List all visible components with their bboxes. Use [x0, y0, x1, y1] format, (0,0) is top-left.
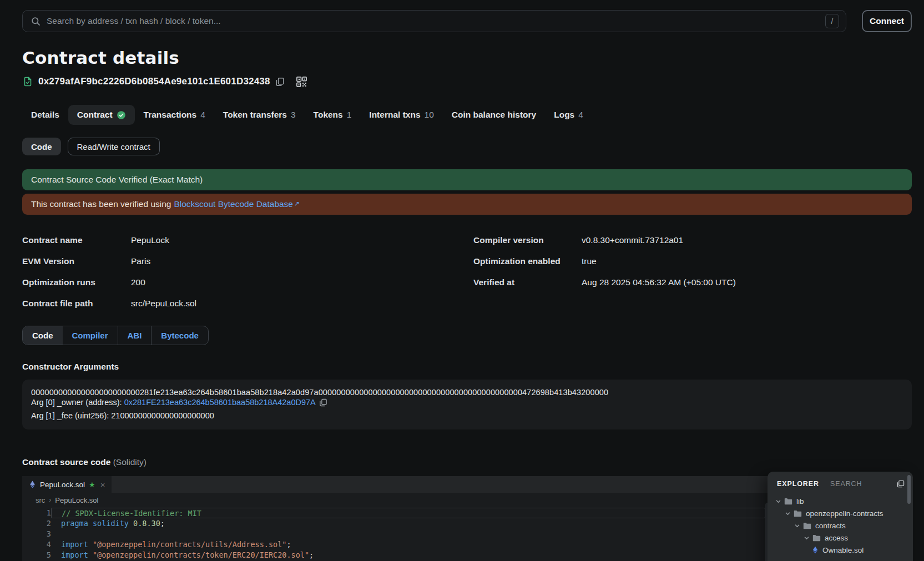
- page-title: Contract details: [22, 48, 912, 68]
- tab-count: 3: [291, 110, 296, 120]
- tab-tokens[interactable]: Tokens1: [305, 105, 361, 125]
- code-view-tab-code[interactable]: Code: [23, 326, 63, 345]
- constructor-args-hex: 000000000000000000000000281fe213ea63c264…: [31, 388, 903, 397]
- constructor-arg-0: Arg [0] _owner (address): 0x281FE213ea63…: [31, 397, 903, 410]
- info-left-column: Contract name PepuLock EVM Version Paris…: [22, 235, 473, 309]
- code-line-3: 3: [22, 529, 765, 539]
- constructor-arguments-heading: Constructor Arguments: [22, 362, 912, 372]
- external-link-icon: ↗: [294, 200, 300, 208]
- file-tree: lib openzeppelin-contracts contracts: [768, 495, 913, 556]
- subtab-code[interactable]: Code: [22, 138, 61, 155]
- favorite-star-icon[interactable]: ★: [89, 481, 95, 489]
- tab-transactions[interactable]: Transactions4: [135, 105, 214, 125]
- connect-button[interactable]: Connect: [862, 10, 912, 32]
- file-explorer-panel: EXPLORER SEARCH lib: [768, 472, 913, 561]
- code-view-switcher: Code Compiler ABI Bytecode: [22, 326, 209, 345]
- split-panel-icon[interactable]: [896, 479, 905, 488]
- tab-count: 4: [200, 110, 205, 120]
- editor-file-tab[interactable]: PepuLock.sol ★ ×: [22, 476, 112, 493]
- constructor-arg-1: Arg [1] _fee (uint256): 2100000000000000…: [31, 410, 903, 422]
- search-input[interactable]: [47, 16, 825, 26]
- tab-count: 4: [578, 110, 583, 120]
- close-tab-icon[interactable]: ×: [100, 480, 105, 489]
- bytecode-database-banner: This contract has been verified using Bl…: [22, 194, 912, 215]
- tab-bar: Details Contract Transactions4 Token tra…: [22, 105, 912, 125]
- folder-icon: [794, 510, 802, 517]
- arg0-owner-address-link[interactable]: 0x281FE213ea63c264b58601baa58b218A42a0D9…: [124, 398, 316, 407]
- chevron-right-icon: ›: [49, 496, 51, 504]
- copy-address-icon[interactable]: [275, 77, 285, 87]
- explorer-header: EXPLORER SEARCH: [768, 472, 913, 494]
- keyboard-shortcut-hint: /: [825, 14, 839, 28]
- info-row-optimization-runs: Optimization runs 200: [22, 277, 473, 288]
- code-view-tab-bytecode[interactable]: Bytecode: [151, 326, 208, 345]
- tab-details[interactable]: Details: [22, 105, 68, 125]
- tab-contract[interactable]: Contract: [68, 105, 135, 125]
- source-code-heading: Contract source code (Solidity): [22, 457, 912, 467]
- tab-count: 1: [347, 110, 352, 120]
- info-row-compiler-version: Compiler version v0.8.30+commit.73712a01: [473, 235, 912, 246]
- chevron-down-icon: [804, 535, 810, 541]
- folder-icon: [803, 522, 811, 529]
- search-bar[interactable]: /: [22, 10, 846, 32]
- chevron-down-icon: [775, 498, 781, 504]
- verified-check-icon: [117, 110, 126, 120]
- verified-contract-icon: [22, 76, 33, 87]
- constructor-arguments-box: 000000000000000000000000281fe213ea63c264…: [22, 380, 912, 429]
- verified-source-banner: Contract Source Code Verified (Exact Mat…: [22, 169, 912, 190]
- subtab-read-write-contract[interactable]: Read/Write contract: [68, 138, 160, 155]
- info-right-column: Compiler version v0.8.30+commit.73712a01…: [473, 235, 912, 309]
- tab-count: 10: [425, 110, 434, 120]
- code-line-4: 4 import "@openzeppelin/contracts/utils/…: [22, 539, 765, 550]
- tree-file-ownable[interactable]: Ownable.sol: [768, 544, 913, 556]
- qr-code-icon[interactable]: [296, 77, 307, 87]
- tab-logs[interactable]: Logs4: [545, 105, 592, 125]
- top-bar: / Connect: [22, 10, 912, 32]
- folder-icon: [812, 534, 821, 542]
- solidity-file-icon: [29, 481, 36, 488]
- contract-address: 0x279afAF9bc2226D6b0854Ae9e101c1E601D324…: [38, 76, 270, 87]
- info-row-contract-name: Contract name PepuLock: [22, 235, 473, 246]
- code-editor: PepuLock.sol ★ × src › PepuLock.sol 1 //…: [22, 476, 912, 561]
- tree-folder-lib[interactable]: lib: [768, 495, 913, 507]
- code-view-tab-abi[interactable]: ABI: [118, 326, 152, 345]
- tab-coin-balance-history[interactable]: Coin balance history: [443, 105, 545, 125]
- solidity-file-icon: [812, 546, 819, 554]
- code-view-tab-compiler[interactable]: Compiler: [63, 326, 118, 345]
- explorer-scrollbar[interactable]: [907, 475, 911, 504]
- contract-address-row: 0x279afAF9bc2226D6b0854Ae9e101c1E601D324…: [22, 76, 912, 87]
- contract-info-grid: Contract name PepuLock EVM Version Paris…: [22, 235, 912, 309]
- code-line-5: 5 import "@openzeppelin/contracts/token/…: [22, 550, 765, 560]
- info-row-optimization-enabled: Optimization enabled true: [473, 256, 912, 267]
- tab-internal-txns[interactable]: Internal txns10: [360, 105, 442, 125]
- explorer-tab[interactable]: EXPLORER: [777, 480, 819, 488]
- info-row-contract-file-path: Contract file path src/PepuLock.sol: [22, 298, 473, 309]
- bytecode-database-link[interactable]: Blockscout Bytecode Database↗: [174, 199, 300, 209]
- contract-subtabs: Code Read/Write contract: [22, 138, 912, 155]
- contract-details-page: / Connect Contract details 0x279afAF9bc2…: [0, 0, 924, 561]
- tree-folder-contracts[interactable]: contracts: [768, 519, 913, 532]
- code-line-2: 2 pragma solidity 0.8.30;: [22, 518, 765, 529]
- tree-folder-access[interactable]: access: [768, 532, 913, 544]
- tree-folder-openzeppelin-contracts[interactable]: openzeppelin-contracts: [768, 507, 913, 519]
- search-icon: [31, 16, 41, 27]
- code-line-1: 1 // SPDX-License-Identifier: MIT: [22, 508, 765, 518]
- code-lines[interactable]: 1 // SPDX-License-Identifier: MIT 2 prag…: [22, 507, 765, 561]
- folder-icon: [784, 498, 792, 505]
- copy-arg-icon[interactable]: [319, 400, 327, 408]
- tab-token-transfers[interactable]: Token transfers3: [214, 105, 305, 125]
- info-row-evm-version: EVM Version Paris: [22, 256, 473, 267]
- chevron-down-icon: [794, 523, 800, 529]
- info-row-verified-at: Verified at Aug 28 2025 04:56:32 AM (+05…: [473, 277, 912, 288]
- chevron-down-icon: [785, 511, 791, 517]
- explorer-search-tab[interactable]: SEARCH: [830, 480, 862, 488]
